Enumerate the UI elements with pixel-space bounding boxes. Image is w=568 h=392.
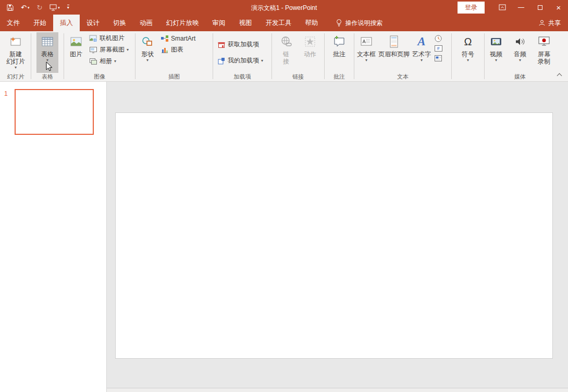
table-icon [41, 34, 54, 49]
ribbon-display-options-icon [499, 4, 506, 11]
textbox-label: 文本框 [357, 50, 376, 58]
dropdown-arrow-icon: ▾ [127, 47, 129, 52]
slide-canvas[interactable] [115, 112, 553, 359]
dropdown-arrow-icon: ▾ [28, 6, 30, 9]
title-bar: ↶▾ ↻ ▾ ▾ 演示文稿1 - PowerPoint 登录 — × [0, 0, 568, 15]
online-pictures-button[interactable]: 联机图片 [87, 33, 131, 44]
dropdown-arrow-icon: ▾ [261, 58, 263, 63]
tell-me-search[interactable]: 操作说明搜索 [336, 15, 383, 31]
my-addins-button[interactable]: 我的加载项 ▾ [215, 55, 270, 66]
header-footer-button[interactable]: 页眉和页脚 [377, 32, 411, 73]
tab-transitions[interactable]: 切换 [106, 15, 133, 31]
slide-number-icon: # [435, 45, 442, 52]
textbox-icon [360, 34, 373, 49]
slide-thumbnail-panel[interactable]: 1 [0, 82, 107, 392]
get-addins-label: 获取加载项 [228, 40, 259, 49]
dropdown-arrow-icon: ▾ [146, 58, 149, 62]
customize-qat-button[interactable]: ▾ [65, 3, 72, 11]
chart-icon [160, 46, 169, 54]
link-button[interactable]: 链 接 [275, 32, 297, 73]
minimize-button[interactable]: — [512, 0, 530, 15]
screenshot-button[interactable]: 屏幕截图 ▾ [87, 44, 131, 55]
titlebar-controls: 登录 — × [458, 0, 568, 15]
screen-recording-label-2: 录制 [538, 58, 550, 65]
video-button[interactable]: 视频 ▾ [485, 32, 507, 73]
comment-button[interactable]: 批注 [328, 32, 350, 73]
date-time-icon [434, 34, 442, 43]
audio-label: 音频 [514, 50, 526, 58]
dropdown-arrow-icon: ▾ [114, 59, 116, 64]
share-label: 共享 [548, 19, 561, 28]
collapse-ribbon-button[interactable] [555, 72, 563, 78]
picture-button[interactable]: 图片 [65, 32, 87, 73]
table-label: 表格 [41, 50, 54, 58]
date-time-button[interactable] [434, 34, 443, 43]
tab-animations[interactable]: 动画 [133, 15, 159, 31]
ribbon-group-links: 链 接 动作 链接 [272, 31, 324, 81]
redo-button[interactable]: ↻ [34, 3, 45, 12]
close-icon: × [557, 3, 561, 12]
online-pictures-icon [89, 34, 97, 43]
undo-icon: ↶ [21, 4, 27, 11]
dropdown-arrow-icon: ▾ [58, 6, 60, 9]
group-label-links: 链接 [272, 73, 324, 81]
table-button[interactable]: 表格 ▾ [36, 32, 58, 73]
slide-number-button[interactable]: # [434, 44, 443, 53]
chart-button[interactable]: 图表 [158, 44, 197, 55]
chart-label: 图表 [171, 45, 183, 54]
dropdown-arrow-icon: ▾ [421, 58, 423, 62]
action-button[interactable]: 动作 [299, 32, 321, 73]
audio-button[interactable]: 音频 ▾ [509, 32, 531, 73]
screen-recording-icon [537, 34, 551, 49]
wordart-button[interactable]: A 艺术字 ▾ [411, 32, 433, 73]
dropdown-arrow-icon: ▾ [15, 65, 17, 70]
photo-album-label: 相册 [100, 57, 112, 66]
maximize-button[interactable] [530, 0, 549, 15]
save-button[interactable] [4, 3, 16, 12]
tab-file[interactable]: 文件 [0, 15, 27, 31]
my-addins-label: 我的加载项 [228, 56, 259, 65]
get-addins-icon [217, 41, 226, 49]
tab-developer[interactable]: 开发工具 [259, 15, 299, 31]
ribbon-display-options-button[interactable] [493, 0, 512, 15]
new-slide-button[interactable]: 新建 幻灯片 ▾ [5, 32, 27, 73]
screen-recording-label-1: 屏幕 [538, 50, 550, 58]
tab-design[interactable]: 设计 [80, 15, 106, 31]
smartart-button[interactable]: SmartArt [158, 33, 197, 44]
tab-help[interactable]: 帮助 [299, 15, 325, 31]
action-icon [303, 34, 317, 49]
dropdown-arrow-icon: ▾ [46, 58, 48, 62]
tab-review[interactable]: 审阅 [206, 15, 232, 31]
online-pictures-label: 联机图片 [100, 34, 125, 43]
tab-slideshow[interactable]: 幻灯片放映 [159, 15, 206, 31]
textbox-button[interactable]: 文本框 ▾ [355, 32, 377, 73]
get-addins-button[interactable]: 获取加载项 [215, 39, 270, 50]
shapes-button[interactable]: 形状 ▾ [137, 32, 158, 73]
audio-icon [513, 34, 527, 49]
new-slide-label-1: 新建 [9, 50, 22, 58]
symbol-button[interactable]: Ω 符号 ▾ [457, 32, 479, 73]
screen-recording-button[interactable]: 屏幕 录制 [533, 32, 555, 73]
tab-insert[interactable]: 插入 [53, 15, 80, 31]
ribbon-group-images: 图片 联机图片 屏幕截图 ▾ 相册 ▾ [64, 31, 135, 81]
group-label-images: 图像 [64, 73, 135, 81]
dropdown-arrow-icon: ▾ [519, 58, 521, 62]
photo-album-button[interactable]: 相册 ▾ [87, 56, 131, 67]
start-slideshow-button[interactable]: ▾ [47, 3, 63, 12]
editor-area [107, 82, 568, 392]
lightbulb-icon [336, 19, 342, 27]
video-label: 视频 [490, 50, 502, 58]
slide-thumbnail[interactable] [15, 89, 94, 135]
ribbon-group-table: 表格 ▾ 表格 [31, 31, 64, 81]
new-slide-icon [9, 34, 22, 49]
object-button[interactable] [434, 54, 443, 62]
tab-view[interactable]: 视图 [232, 15, 259, 31]
sign-in-button[interactable]: 登录 [458, 2, 485, 14]
video-icon [489, 34, 503, 49]
close-button[interactable]: × [549, 0, 568, 15]
slideshow-icon [50, 4, 57, 11]
tab-home[interactable]: 开始 [27, 15, 53, 31]
undo-button[interactable]: ↶▾ [18, 3, 32, 12]
ribbon-group-symbols: Ω 符号 ▾ [452, 31, 484, 81]
share-button[interactable]: 共享 [538, 15, 561, 31]
